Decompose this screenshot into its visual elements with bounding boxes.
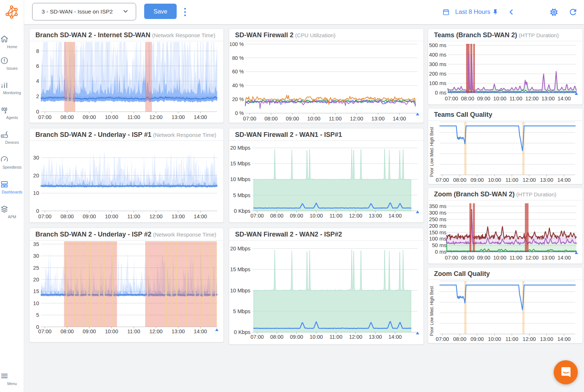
svg-text:11:00: 11:00 [127, 114, 140, 120]
svg-text:10:00: 10:00 [105, 328, 118, 334]
svg-text:30: 30 [33, 155, 39, 161]
svg-text:08:00: 08:00 [461, 255, 474, 261]
svg-text:2: 2 [36, 93, 39, 99]
svg-text:60 %: 60 % [232, 69, 244, 74]
svg-text:09:00: 09:00 [83, 328, 96, 334]
svg-text:08:00: 08:00 [264, 116, 277, 122]
svg-text:07:00: 07:00 [445, 255, 458, 261]
svg-text:07:00: 07:00 [436, 336, 449, 342]
svg-text:10:00: 10:00 [488, 336, 501, 342]
svg-text:Poor: Poor [429, 168, 434, 177]
svg-text:6: 6 [36, 63, 39, 69]
svg-text:14:00: 14:00 [393, 116, 406, 122]
svg-text:09:00: 09:00 [470, 177, 484, 183]
svg-text:Med.: Med. [429, 147, 434, 157]
svg-text:High: High [429, 137, 434, 146]
svg-text:09:00: 09:00 [477, 96, 490, 101]
svg-text:11:00: 11:00 [127, 328, 140, 334]
svg-text:5 Mbps: 5 Mbps [233, 308, 250, 314]
svg-text:07:00: 07:00 [38, 214, 51, 219]
svg-text:100 ms: 100 ms [429, 236, 446, 242]
svg-text:Low: Low [429, 158, 434, 166]
svg-text:10:00: 10:00 [105, 214, 118, 219]
svg-text:10 Mbps: 10 Mbps [230, 176, 250, 182]
svg-text:300 ms: 300 ms [429, 210, 446, 216]
svg-text:13:00: 13:00 [541, 255, 554, 261]
svg-text:10:00: 10:00 [105, 114, 118, 120]
svg-text:20 Mbps: 20 Mbps [230, 246, 250, 251]
svg-text:20 Mbps: 20 Mbps [230, 145, 250, 151]
svg-text:Poor: Poor [429, 327, 434, 336]
svg-text:11:00: 11:00 [330, 334, 342, 340]
svg-text:12:00: 12:00 [523, 177, 536, 183]
svg-text:5 Mbps: 5 Mbps [233, 192, 250, 198]
svg-text:350 ms: 350 ms [429, 203, 446, 209]
svg-text:08:00: 08:00 [270, 334, 283, 340]
svg-text:11:00: 11:00 [506, 336, 518, 342]
svg-text:0 Kbps: 0 Kbps [234, 329, 250, 335]
svg-text:09:00: 09:00 [477, 255, 490, 261]
svg-text:09:00: 09:00 [290, 334, 303, 340]
svg-text:0: 0 [36, 109, 39, 115]
svg-text:14:00: 14:00 [388, 334, 402, 340]
svg-text:12:00: 12:00 [525, 96, 538, 101]
svg-text:14:00: 14:00 [557, 177, 570, 183]
svg-text:4: 4 [36, 78, 39, 84]
svg-text:13:00: 13:00 [172, 114, 185, 120]
svg-text:08:00: 08:00 [453, 177, 466, 183]
svg-text:11:00: 11:00 [510, 96, 522, 101]
svg-text:10:00: 10:00 [488, 177, 501, 183]
svg-text:500 ms: 500 ms [429, 42, 446, 48]
svg-text:12:00: 12:00 [350, 116, 363, 122]
svg-text:10:00: 10:00 [307, 116, 320, 122]
svg-text:15: 15 [33, 288, 39, 294]
svg-text:11:00: 11:00 [127, 214, 140, 219]
svg-text:08:00: 08:00 [61, 114, 74, 120]
svg-text:250 ms: 250 ms [429, 216, 446, 222]
svg-text:Best: Best [429, 286, 434, 295]
svg-text:20: 20 [33, 173, 39, 178]
svg-text:12:00: 12:00 [525, 255, 538, 261]
svg-text:13:00: 13:00 [172, 328, 185, 334]
svg-text:50 ms: 50 ms [432, 242, 447, 248]
svg-text:07:00: 07:00 [243, 116, 256, 122]
svg-text:20 %: 20 % [232, 96, 244, 102]
svg-text:14:00: 14:00 [558, 255, 571, 261]
svg-text:8: 8 [36, 48, 39, 54]
svg-text:07:00: 07:00 [436, 177, 449, 183]
svg-text:08:00: 08:00 [61, 328, 74, 334]
svg-text:14:00: 14:00 [557, 336, 570, 342]
svg-text:09:00: 09:00 [83, 214, 96, 219]
svg-text:12:00: 12:00 [149, 328, 162, 334]
svg-text:08:00: 08:00 [61, 214, 74, 219]
svg-text:09:00: 09:00 [290, 213, 303, 219]
svg-text:10: 10 [33, 190, 39, 196]
svg-text:10:00: 10:00 [310, 334, 323, 340]
svg-text:14:00: 14:00 [194, 328, 207, 334]
svg-text:12:00: 12:00 [149, 214, 162, 219]
svg-text:13:00: 13:00 [540, 177, 553, 183]
svg-text:10:00: 10:00 [493, 96, 506, 101]
svg-text:12:00: 12:00 [349, 334, 362, 340]
svg-text:20: 20 [33, 277, 39, 283]
svg-text:11:00: 11:00 [510, 255, 522, 261]
svg-text:200 ms: 200 ms [429, 71, 446, 77]
svg-text:10 Mbps: 10 Mbps [230, 288, 250, 293]
svg-text:0: 0 [36, 208, 39, 214]
svg-text:09:00: 09:00 [286, 116, 299, 122]
svg-text:30: 30 [33, 253, 39, 259]
svg-text:High: High [429, 296, 434, 305]
svg-text:0 Kbps: 0 Kbps [234, 208, 250, 214]
svg-text:5: 5 [36, 312, 39, 318]
svg-text:07:00: 07:00 [38, 328, 51, 334]
svg-text:09:00: 09:00 [83, 114, 96, 120]
svg-text:13:00: 13:00 [172, 214, 185, 219]
svg-text:08:00: 08:00 [453, 336, 466, 342]
svg-text:13:00: 13:00 [369, 334, 382, 340]
svg-text:08:00: 08:00 [270, 213, 283, 219]
svg-text:13:00: 13:00 [371, 116, 384, 122]
svg-text:25: 25 [33, 265, 39, 271]
svg-text:15 Mbps: 15 Mbps [230, 266, 250, 272]
svg-text:0 ms: 0 ms [435, 249, 446, 255]
svg-text:07:00: 07:00 [250, 334, 264, 340]
